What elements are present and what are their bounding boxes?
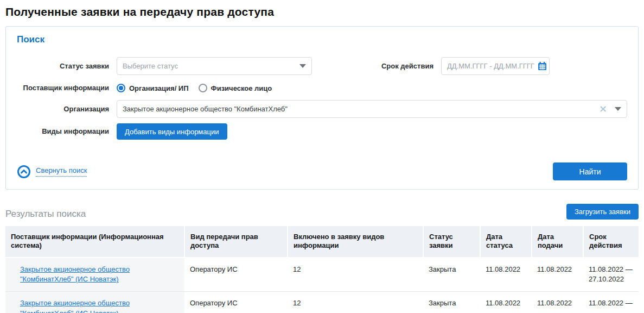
status-select[interactable]: Выберите статус — [117, 57, 312, 75]
table-row: Закрытое акционерное общество "КомбинатХ… — [5, 258, 639, 292]
submission-date-cell: 11.08.2022 — [532, 292, 583, 313]
status-cell: Закрыта — [423, 292, 480, 313]
search-panel-footer: Свернуть поиск Найти — [17, 162, 627, 180]
search-panel: Поиск Статус заявки Выберите статус Срок… — [5, 26, 639, 190]
info-types-count-cell: 12 — [288, 258, 423, 292]
organization-label: Организация — [17, 105, 109, 114]
page-title: Полученные заявки на передачу прав досту… — [5, 5, 639, 18]
provider-label: Поставщик информации — [17, 84, 109, 92]
results-header: Результаты поиска Загрузить заявки — [5, 204, 639, 220]
status-placeholder: Выберите статус — [123, 62, 178, 70]
column-header-status-date: Дата статуса — [480, 226, 532, 258]
collapse-search-link[interactable]: Свернуть поиск — [17, 165, 87, 179]
provider-link[interactable]: Закрытое акционерное общество "КомбинатХ… — [20, 265, 130, 284]
provider-cell: Закрытое акционерное общество "КомбинатХ… — [5, 292, 184, 313]
table-row: Закрытое акционерное общество "КомбинатХ… — [5, 292, 639, 313]
transfer-type-cell: Оператору ИС — [184, 292, 288, 313]
validity-placeholders: ДД.ММ.ГГГГ - ДД.ММ.ГГГГ — [447, 62, 534, 70]
provider-cell: Закрытое акционерное общество "КомбинатХ… — [5, 258, 184, 292]
info-types-label: Виды информации — [17, 127, 109, 136]
organization-combobox[interactable]: Закрытое акционерное общество "КомбинатХ… — [117, 100, 627, 118]
calendar-icon[interactable] — [538, 61, 547, 71]
status-label: Статус заявки — [17, 62, 109, 71]
radio-individual[interactable]: Физическое лицо — [199, 84, 272, 92]
close-icon[interactable]: ✕ — [599, 104, 607, 114]
table-header-row: Поставщик информации (Информационная сис… — [5, 226, 639, 258]
provider-radio-group: Организация/ ИП Физическое лицо — [117, 82, 272, 95]
provider-link[interactable]: Закрытое акционерное общество "КомбинатХ… — [20, 299, 130, 313]
form-row-status: Статус заявки Выберите статус Срок дейст… — [17, 57, 627, 75]
status-cell: Закрыта — [423, 258, 480, 292]
organization-controls: ✕ — [599, 104, 621, 114]
column-header-info-types-count: Включено в заявку видов информации — [288, 226, 423, 258]
transfer-type-cell: Оператору ИС — [184, 258, 288, 292]
find-button[interactable]: Найти — [553, 162, 627, 180]
radio-organization-label: Организация/ ИП — [129, 84, 189, 92]
date-separator: - — [489, 62, 492, 70]
chevron-down-icon — [299, 64, 306, 68]
download-requests-button[interactable]: Загрузить заявки — [566, 204, 639, 220]
radio-unselected-icon[interactable] — [199, 84, 207, 92]
validity-cell: 11.08.2022 — — [583, 292, 639, 313]
validity-date-range-input[interactable]: ДД.ММ.ГГГГ - ДД.ММ.ГГГГ — [441, 57, 550, 75]
collapse-search-label[interactable]: Свернуть поиск — [36, 166, 87, 177]
column-header-validity: Срок действия — [583, 226, 639, 258]
organization-value: Закрытое акционерное общество "КомбинатХ… — [123, 105, 288, 113]
status-date-cell: 11.08.2022 — [480, 258, 532, 292]
form-row-provider: Поставщик информации Организация/ ИП Физ… — [17, 82, 627, 95]
column-header-transfer-type: Вид передачи прав доступа — [184, 226, 288, 258]
form-row-info-types: Виды информации Добавить виды информации — [17, 123, 627, 140]
column-header-status: Статус заявки — [423, 226, 480, 258]
status-date-cell: 11.08.2022 — [480, 292, 532, 313]
form-row-organization: Организация Закрытое акционерное обществ… — [17, 100, 627, 118]
date-to-placeholder: ДД.ММ.ГГГГ — [494, 62, 534, 70]
column-header-provider: Поставщик информации (Информационная сис… — [5, 226, 184, 258]
validity-group: Срок действия ДД.ММ.ГГГГ - ДД.ММ.ГГГГ — [381, 57, 550, 75]
add-info-types-button[interactable]: Добавить виды информации — [117, 123, 227, 140]
validity-cell: 11.08.2022 — 27.10.2022 — [583, 258, 639, 292]
radio-individual-label: Физическое лицо — [211, 84, 272, 92]
validity-label: Срок действия — [381, 62, 433, 71]
submission-date-cell: 11.08.2022 — [532, 258, 583, 292]
chevron-up-circle-icon[interactable] — [17, 165, 31, 179]
info-types-count-cell: 12 — [288, 292, 423, 313]
chevron-down-icon[interactable] — [615, 107, 621, 111]
radio-organization[interactable]: Организация/ ИП — [117, 84, 189, 92]
results-heading: Результаты поиска — [5, 209, 86, 220]
column-header-submission-date: Дата подачи — [532, 226, 583, 258]
date-from-placeholder: ДД.ММ.ГГГГ — [447, 62, 488, 70]
page: Полученные заявки на передачу прав досту… — [0, 0, 644, 313]
results-table: Поставщик информации (Информационная сис… — [5, 226, 639, 313]
search-heading: Поиск — [17, 34, 627, 45]
radio-selected-icon[interactable] — [117, 84, 125, 92]
